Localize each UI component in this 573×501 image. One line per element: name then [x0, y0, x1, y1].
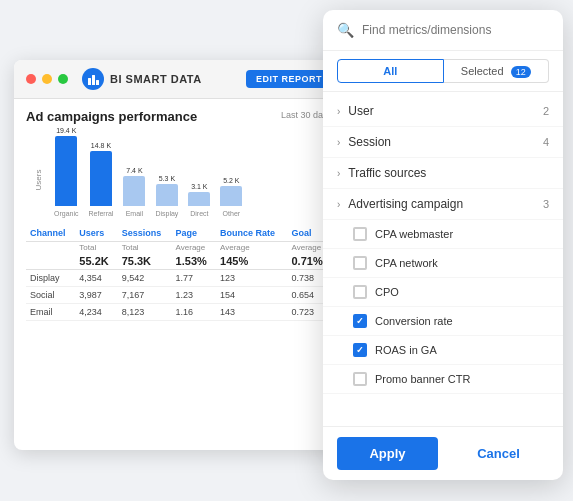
bar-value: 7.4 K: [126, 167, 142, 174]
edit-report-button[interactable]: EDIT REPORT: [246, 70, 332, 88]
bar-value: 14.8 K: [91, 142, 111, 149]
bar: [156, 184, 178, 206]
category-count: 2: [543, 105, 549, 117]
bar-group-organic: 19.4 KOrganic: [54, 127, 79, 217]
bi-content: Ad campaigns performance Last 30 days Us…: [14, 99, 344, 331]
metric-label: CPA network: [375, 257, 438, 269]
table-cell: 123: [216, 270, 287, 287]
minimize-dot[interactable]: [42, 74, 52, 84]
expand-dot[interactable]: [58, 74, 68, 84]
bar: [220, 186, 242, 206]
category-label: Traffic sources: [348, 166, 549, 180]
bar-label: Referral: [89, 210, 114, 217]
table-cell: 1.23: [172, 287, 216, 304]
close-dot[interactable]: [26, 74, 36, 84]
table-cell: 143: [216, 304, 287, 321]
metric-label: Conversion rate: [375, 315, 453, 327]
table-cell: 7,167: [118, 287, 172, 304]
cancel-button[interactable]: Cancel: [448, 437, 549, 470]
category-row-advertising-campaign[interactable]: ›Advertising campaign3: [323, 189, 563, 220]
category-label: Advertising campaign: [348, 197, 543, 211]
category-label: Session: [348, 135, 543, 149]
search-input[interactable]: [362, 23, 549, 37]
category-row-session[interactable]: ›Session4: [323, 127, 563, 158]
table-cell: 154: [216, 287, 287, 304]
bi-title: BI SMART DATA: [110, 73, 202, 85]
bar-label: Direct: [190, 210, 208, 217]
bar: [188, 192, 210, 206]
bar-label: Organic: [54, 210, 79, 217]
y-axis-label: Users: [34, 169, 43, 190]
table-header-row: Channel Users Sessions Page Bounce Rate …: [26, 225, 332, 242]
data-table: Channel Users Sessions Page Bounce Rate …: [26, 225, 332, 321]
category-row-traffic-sources[interactable]: ›Traffic sources: [323, 158, 563, 189]
apply-button[interactable]: Apply: [337, 437, 438, 470]
svg-rect-1: [92, 75, 95, 85]
tab-selected-label: Selected: [461, 65, 504, 77]
table-cell: 8,123: [118, 304, 172, 321]
table-cell: 1.77: [172, 270, 216, 287]
checkbox[interactable]: [353, 285, 367, 299]
bar-label: Other: [223, 210, 241, 217]
bar-label: Email: [126, 210, 144, 217]
titlebar: BI SMART DATA EDIT REPORT: [14, 60, 344, 99]
bar: [55, 136, 77, 206]
search-icon: 🔍: [337, 22, 354, 38]
table-cell: Email: [26, 304, 75, 321]
bi-logo: BI SMART DATA: [82, 68, 202, 90]
panel-footer: Apply Cancel: [323, 426, 563, 480]
tab-selected[interactable]: Selected 12: [444, 59, 550, 83]
bar-value: 5.2 K: [223, 177, 239, 184]
table-cell: 9,542: [118, 270, 172, 287]
table-cell: 1.16: [172, 304, 216, 321]
metric-item-roas-in-ga[interactable]: ROAS in GA: [323, 336, 563, 365]
bar-group-direct: 3.1 KDirect: [188, 183, 210, 217]
sub-header-row: Total Total Average Average Average: [26, 242, 332, 254]
metrics-panel: 🔍 All Selected 12 ›User2›Session4›Traffi…: [323, 10, 563, 480]
table-row: Email4,2348,1231.161430.723: [26, 304, 332, 321]
checkbox[interactable]: [353, 314, 367, 328]
checkbox[interactable]: [353, 227, 367, 241]
selected-badge: 12: [511, 66, 531, 78]
metric-item-cpo[interactable]: CPO: [323, 278, 563, 307]
metric-label: Promo banner CTR: [375, 373, 470, 385]
bar-group-referral: 14.8 KReferral: [89, 142, 114, 217]
col-channel: Channel: [26, 225, 75, 242]
metric-item-conversion-rate[interactable]: Conversion rate: [323, 307, 563, 336]
bar-group-email: 7.4 KEmail: [123, 167, 145, 217]
category-count: 4: [543, 136, 549, 148]
bi-icon: [82, 68, 104, 90]
chevron-right-icon: ›: [337, 137, 340, 148]
metrics-list: ›User2›Session4›Traffic sources›Advertis…: [323, 92, 563, 426]
col-page: Page: [172, 225, 216, 242]
bar-value: 5.3 K: [159, 175, 175, 182]
col-users: Users: [75, 225, 117, 242]
bar-group-display: 5.3 KDisplay: [155, 175, 178, 217]
table-body: Display4,3549,5421.771230.738Social3,987…: [26, 270, 332, 321]
metric-item-cpa-network[interactable]: CPA network: [323, 249, 563, 278]
bi-smart-data-window: BI SMART DATA EDIT REPORT Ad campaigns p…: [14, 60, 344, 450]
bar-value: 19.4 K: [56, 127, 76, 134]
metric-item-promo-banner-ctr[interactable]: Promo banner CTR: [323, 365, 563, 394]
bar: [90, 151, 112, 206]
tab-all[interactable]: All: [337, 59, 444, 83]
bar-chart: Users 19.4 KOrganic14.8 KReferral7.4 KEm…: [54, 142, 332, 217]
table-cell: 4,354: [75, 270, 117, 287]
bar-group-other: 5.2 KOther: [220, 177, 242, 217]
table-row: Social3,9877,1671.231540.654: [26, 287, 332, 304]
bar: [123, 176, 145, 206]
chevron-right-icon: ›: [337, 199, 340, 210]
category-label: User: [348, 104, 543, 118]
table-cell: Display: [26, 270, 75, 287]
metric-item-cpa-webmaster[interactable]: CPA webmaster: [323, 220, 563, 249]
bar-label: Display: [155, 210, 178, 217]
table-row: Display4,3549,5421.771230.738: [26, 270, 332, 287]
checkbox[interactable]: [353, 256, 367, 270]
checkbox[interactable]: [353, 372, 367, 386]
category-row-user[interactable]: ›User2: [323, 96, 563, 127]
col-sessions: Sessions: [118, 225, 172, 242]
tab-all-label: All: [383, 65, 397, 77]
search-bar: 🔍: [323, 10, 563, 51]
chevron-right-icon: ›: [337, 168, 340, 179]
checkbox[interactable]: [353, 343, 367, 357]
